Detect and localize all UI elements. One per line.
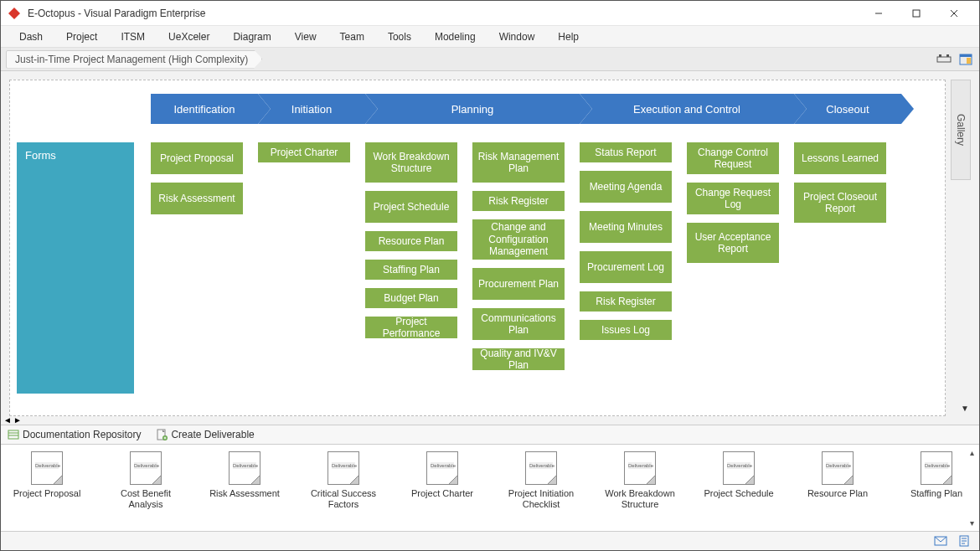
form-card[interactable]: Project Proposal bbox=[151, 142, 243, 174]
phase-closeout[interactable]: Closeout bbox=[794, 94, 901, 124]
mail-icon[interactable] bbox=[934, 534, 947, 548]
form-card[interactable]: Change Control Request bbox=[687, 142, 779, 174]
deliverable-scroll-up-icon[interactable]: ▴ bbox=[970, 448, 974, 457]
menu-diagram[interactable]: Diagram bbox=[221, 28, 282, 46]
svg-rect-5 bbox=[937, 57, 951, 62]
menu-team[interactable]: Team bbox=[328, 28, 376, 46]
app-icon bbox=[8, 7, 21, 20]
phase-planning[interactable]: Planning bbox=[365, 94, 580, 124]
form-card[interactable]: Risk Register bbox=[580, 291, 672, 312]
deliverable-badge: Deliverable bbox=[134, 462, 157, 469]
toolbar-panel-icon[interactable] bbox=[957, 51, 974, 68]
menu-modeling[interactable]: Modeling bbox=[423, 28, 487, 46]
form-card[interactable]: User Acceptance Report bbox=[687, 223, 779, 263]
form-card[interactable]: Budget Plan bbox=[365, 288, 457, 308]
svg-marker-0 bbox=[8, 8, 20, 19]
menubar: DashProjectITSMUeXcelerDiagramViewTeamTo… bbox=[1, 26, 979, 48]
create-deliverable-button[interactable]: Create Deliverable bbox=[156, 429, 254, 440]
form-card[interactable]: Project Performance bbox=[365, 317, 457, 338]
deliverable-badge: Deliverable bbox=[628, 462, 652, 469]
deliverable-toolbar: Documentation Repository Create Delivera… bbox=[1, 425, 979, 445]
documentation-repository-label: Documentation Repository bbox=[23, 429, 141, 440]
deliverable-thumb-icon: Deliverable bbox=[921, 451, 952, 485]
column-execution_b: Change Control RequestChange Request Log… bbox=[687, 142, 779, 394]
maximize-button[interactable] bbox=[897, 1, 935, 26]
deliverable-thumb-icon: Deliverable bbox=[31, 451, 63, 485]
menu-tools[interactable]: Tools bbox=[376, 28, 423, 46]
form-card[interactable]: Work Breakdown Structure bbox=[365, 142, 457, 183]
toolbar-layout-icon[interactable] bbox=[936, 51, 952, 68]
deliverable-item[interactable]: DeliverableCost Benefit Analysis bbox=[110, 451, 182, 509]
documentation-repository-button[interactable]: Documentation Repository bbox=[8, 429, 141, 440]
phase-identification[interactable]: Identification bbox=[151, 94, 258, 124]
deliverable-item[interactable]: DeliverableResource Plan bbox=[802, 451, 874, 499]
deliverable-thumb-icon: Deliverable bbox=[822, 451, 854, 485]
deliverable-label: Project Charter bbox=[411, 488, 473, 499]
breadcrumb-item[interactable]: Just-in-Time Project Management (High Co… bbox=[6, 50, 262, 69]
note-icon[interactable] bbox=[957, 534, 971, 548]
statusbar bbox=[1, 532, 979, 550]
close-button[interactable] bbox=[935, 1, 972, 26]
form-card[interactable]: Procurement Log bbox=[580, 251, 672, 283]
deliverable-item[interactable]: DeliverableProject Proposal bbox=[11, 451, 83, 499]
deliverable-item[interactable]: DeliverableWork Breakdown Structure bbox=[604, 451, 676, 509]
column-planning_a: Work Breakdown StructureProject Schedule… bbox=[365, 142, 457, 394]
scroll-left-icon[interactable]: ◄ bbox=[3, 415, 13, 425]
menu-itsm[interactable]: ITSM bbox=[109, 28, 157, 46]
form-card[interactable]: Meeting Minutes bbox=[580, 211, 672, 243]
form-card[interactable]: Issues Log bbox=[580, 320, 672, 340]
menu-view[interactable]: View bbox=[283, 28, 328, 46]
form-card[interactable]: Project Charter bbox=[258, 142, 350, 162]
deliverable-thumb-icon: Deliverable bbox=[229, 451, 260, 485]
column-closeout: Lessons LearnedProject Closeout Report bbox=[794, 142, 886, 394]
form-card[interactable]: Risk Assessment bbox=[151, 183, 243, 214]
deliverable-scrollbar[interactable]: ▴ ▾ bbox=[966, 448, 977, 528]
deliverable-label: Work Breakdown Structure bbox=[604, 488, 676, 509]
deliverable-label: Project Initiation Checklist bbox=[505, 488, 577, 509]
deliverable-label: Staffing Plan bbox=[910, 488, 962, 499]
deliverable-item[interactable]: DeliverableRisk Assessment bbox=[209, 451, 281, 499]
form-card[interactable]: Procurement Plan bbox=[472, 268, 565, 300]
form-card[interactable]: Resource Plan bbox=[365, 231, 457, 251]
deliverable-item[interactable]: DeliverableStaffing Plan bbox=[900, 451, 972, 499]
deliverable-thumb-icon: Deliverable bbox=[328, 451, 359, 485]
phase-initiation[interactable]: Initiation bbox=[258, 94, 365, 124]
gallery-tab[interactable]: Gallery bbox=[951, 80, 971, 180]
menu-project[interactable]: Project bbox=[54, 28, 109, 46]
deliverable-scroll-down-icon[interactable]: ▾ bbox=[970, 518, 974, 528]
form-card[interactable]: Meeting Agenda bbox=[580, 171, 672, 203]
menu-uexceler[interactable]: UeXceler bbox=[157, 28, 221, 46]
form-card[interactable]: Change and Configuration Management bbox=[472, 219, 565, 260]
column-initiation: Project Charter bbox=[258, 142, 350, 394]
deliverable-item[interactable]: DeliverableProject Schedule bbox=[703, 451, 775, 499]
menu-window[interactable]: Window bbox=[487, 28, 547, 46]
scroll-right-icon[interactable]: ► bbox=[13, 415, 23, 425]
form-card[interactable]: Risk Register bbox=[472, 191, 565, 211]
diagram-canvas[interactable]: IdentificationInitiationPlanningExecutio… bbox=[9, 80, 946, 416]
menu-dash[interactable]: Dash bbox=[8, 28, 54, 46]
forms-row-label[interactable]: Forms bbox=[17, 142, 134, 394]
deliverable-item[interactable]: DeliverableProject Initiation Checklist bbox=[505, 451, 577, 509]
form-card[interactable]: Lessons Learned bbox=[794, 142, 886, 174]
form-card[interactable]: Communications Plan bbox=[472, 308, 565, 340]
phase-execution-and-control[interactable]: Execution and Control bbox=[580, 94, 794, 124]
form-card[interactable]: Project Closeout Report bbox=[794, 183, 886, 223]
new-doc-icon bbox=[156, 429, 168, 440]
column-execution_a: Status ReportMeeting AgendaMeeting Minut… bbox=[580, 142, 672, 394]
create-deliverable-label: Create Deliverable bbox=[171, 429, 254, 440]
menu-help[interactable]: Help bbox=[546, 28, 591, 46]
form-card[interactable]: Change Request Log bbox=[687, 183, 779, 214]
form-card[interactable]: Project Schedule bbox=[365, 191, 457, 223]
minimize-button[interactable] bbox=[859, 1, 897, 26]
form-card[interactable]: Staffing Plan bbox=[365, 260, 457, 280]
form-card[interactable]: Quality and IV&V Plan bbox=[472, 348, 565, 370]
form-card[interactable]: Status Report bbox=[580, 142, 672, 162]
scroll-down-icon[interactable]: ▼ bbox=[961, 404, 969, 413]
deliverable-item[interactable]: DeliverableCritical Success Factors bbox=[307, 451, 379, 509]
deliverable-row: DeliverableProject ProposalDeliverableCo… bbox=[1, 445, 979, 532]
form-card[interactable]: Risk Management Plan bbox=[472, 142, 565, 183]
forms-grid: Forms Project ProposalRisk AssessmentPro… bbox=[17, 142, 938, 394]
column-planning_b: Risk Management PlanRisk RegisterChange … bbox=[472, 142, 565, 394]
deliverable-item[interactable]: DeliverableProject Charter bbox=[406, 451, 478, 499]
deliverable-badge: Deliverable bbox=[233, 462, 256, 469]
